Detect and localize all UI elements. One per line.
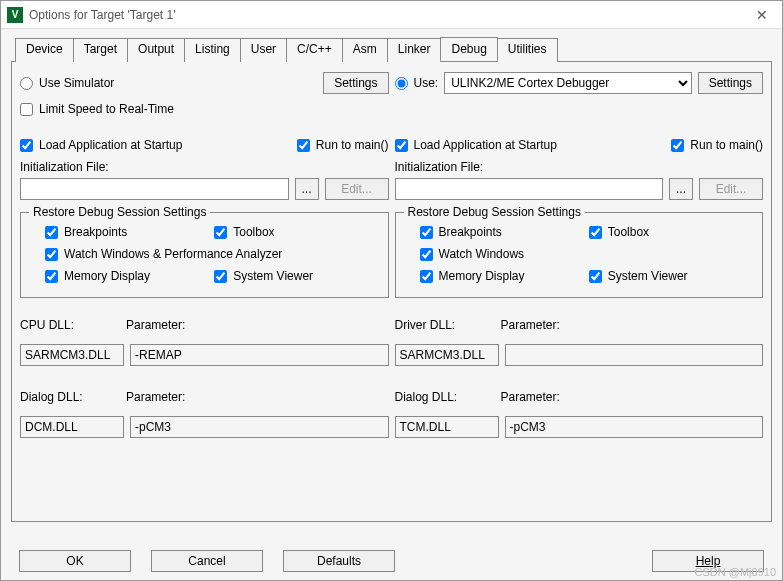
ok-button[interactable]: OK (19, 550, 131, 572)
hw-memory-checkbox[interactable]: Memory Display (420, 269, 583, 283)
options-window: V Options for Target 'Target 1' ✕ Device… (0, 0, 783, 581)
hw-dialog-dll-field[interactable]: TCM.DLL (395, 416, 499, 438)
close-icon[interactable]: ✕ (748, 7, 776, 23)
watermark: CSDN @Mj0910 (695, 566, 776, 578)
use-simulator-radio[interactable]: Use Simulator (20, 76, 114, 90)
hw-watch-checkbox[interactable]: Watch Windows (420, 247, 525, 261)
sim-restore-legend: Restore Debug Session Settings (29, 205, 210, 219)
hw-init-browse-button[interactable]: ... (669, 178, 693, 200)
hw-restore-legend: Restore Debug Session Settings (404, 205, 585, 219)
cpu-dll-field[interactable]: SARMCM3.DLL (20, 344, 124, 366)
client-area: Device Target Output Listing User C/C++ … (1, 29, 782, 530)
use-hardware-radio[interactable]: Use: (395, 76, 439, 90)
sim-breakpoints-checkbox[interactable]: Breakpoints (45, 225, 208, 239)
sim-init-file-input[interactable] (20, 178, 289, 200)
sim-run-to-main-checkbox[interactable]: Run to main() (297, 138, 389, 152)
titlebar: V Options for Target 'Target 1' ✕ (1, 1, 782, 29)
sim-init-edit-button[interactable]: Edit... (325, 178, 389, 200)
hw-dialog-dll-label: Dialog DLL: (395, 390, 495, 404)
tab-asm[interactable]: Asm (342, 38, 388, 62)
hw-system-viewer-checkbox[interactable]: System Viewer (589, 269, 752, 283)
sim-dialog-param-label: Parameter: (126, 390, 185, 404)
window-title: Options for Target 'Target 1' (29, 8, 748, 22)
tab-listing[interactable]: Listing (184, 38, 241, 62)
sim-restore-group: Restore Debug Session Settings Breakpoin… (20, 212, 389, 298)
hw-dialog-param-field[interactable]: -pCM3 (505, 416, 764, 438)
defaults-button[interactable]: Defaults (283, 550, 395, 572)
cpu-param-field[interactable]: -REMAP (130, 344, 389, 366)
sim-init-file-label: Initialization File: (20, 160, 389, 174)
simulator-settings-button[interactable]: Settings (323, 72, 388, 94)
hw-init-file-label: Initialization File: (395, 160, 764, 174)
hardware-panel: Use: ULINK2/ME Cortex Debugger Settings … (395, 72, 764, 513)
sim-load-app-checkbox[interactable]: Load Application at Startup (20, 138, 182, 152)
sim-toolbox-checkbox[interactable]: Toolbox (214, 225, 377, 239)
simulator-panel: Use Simulator Settings Limit Speed to Re… (20, 72, 389, 513)
cpu-param-label: Parameter: (126, 318, 185, 332)
tab-utilities[interactable]: Utilities (497, 38, 558, 62)
tab-output[interactable]: Output (127, 38, 185, 62)
sim-dialog-dll-field[interactable]: DCM.DLL (20, 416, 124, 438)
debugger-select[interactable]: ULINK2/ME Cortex Debugger (444, 72, 691, 94)
hw-breakpoints-checkbox[interactable]: Breakpoints (420, 225, 583, 239)
tab-device[interactable]: Device (15, 38, 74, 62)
driver-dll-label: Driver DLL: (395, 318, 495, 332)
hw-toolbox-checkbox[interactable]: Toolbox (589, 225, 752, 239)
sim-dialog-dll-label: Dialog DLL: (20, 390, 120, 404)
tab-debug[interactable]: Debug (440, 37, 497, 61)
hardware-settings-button[interactable]: Settings (698, 72, 763, 94)
sim-watch-checkbox[interactable]: Watch Windows & Performance Analyzer (45, 247, 282, 261)
hw-run-to-main-checkbox[interactable]: Run to main() (671, 138, 763, 152)
cpu-dll-label: CPU DLL: (20, 318, 120, 332)
sim-memory-checkbox[interactable]: Memory Display (45, 269, 208, 283)
driver-param-field[interactable] (505, 344, 764, 366)
limit-speed-checkbox[interactable]: Limit Speed to Real-Time (20, 102, 174, 116)
tab-linker[interactable]: Linker (387, 38, 442, 62)
app-icon: V (7, 7, 23, 23)
footer: OK Cancel Defaults Help (1, 550, 782, 572)
driver-dll-field[interactable]: SARMCM3.DLL (395, 344, 499, 366)
tab-ccpp[interactable]: C/C++ (286, 38, 343, 62)
tabstrip: Device Target Output Listing User C/C++ … (11, 37, 772, 62)
hw-restore-group: Restore Debug Session Settings Breakpoin… (395, 212, 764, 298)
cancel-button[interactable]: Cancel (151, 550, 263, 572)
sim-system-viewer-checkbox[interactable]: System Viewer (214, 269, 377, 283)
debug-pane: Use Simulator Settings Limit Speed to Re… (11, 62, 772, 522)
hw-init-edit-button[interactable]: Edit... (699, 178, 763, 200)
driver-param-label: Parameter: (501, 318, 560, 332)
hw-dialog-param-label: Parameter: (501, 390, 560, 404)
hw-load-app-checkbox[interactable]: Load Application at Startup (395, 138, 557, 152)
tab-target[interactable]: Target (73, 38, 128, 62)
hw-init-file-input[interactable] (395, 178, 664, 200)
sim-dialog-param-field[interactable]: -pCM3 (130, 416, 389, 438)
sim-init-browse-button[interactable]: ... (295, 178, 319, 200)
tab-user[interactable]: User (240, 38, 287, 62)
